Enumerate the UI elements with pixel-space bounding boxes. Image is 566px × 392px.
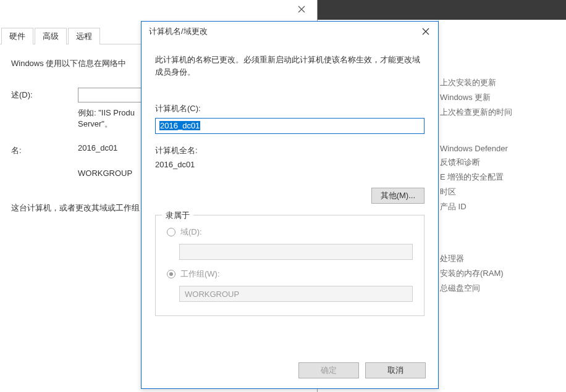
side-item: 反馈和诊断 [439, 155, 562, 170]
side-item: 上次安装的更新 [439, 75, 562, 90]
workgroup-radio-label: 工作组(W): [180, 269, 220, 280]
computer-name-domain-change-dialog: 计算机名/域更改 此计算机的名称已更改。必须重新启动此计算机使该名称生效，才能更… [141, 21, 439, 389]
close-icon[interactable] [416, 24, 436, 39]
membership-legend: 隶属于 [162, 210, 193, 221]
other-button[interactable]: 其他(M)... [371, 188, 425, 204]
computer-name-label: 名: [11, 143, 78, 156]
dialog-description: 此计算机的名称已更改。必须重新启动此计算机使该名称生效，才能更改域成员身份。 [155, 54, 425, 78]
tab-hardware[interactable]: 硬件 [1, 28, 33, 44]
side-item: Windows Defender [439, 142, 562, 155]
description-label: 述(D): [11, 88, 78, 101]
close-icon[interactable] [286, 0, 317, 19]
workgroup-radio-row[interactable]: 工作组(W): [167, 269, 413, 280]
ok-button[interactable]: 确定 [298, 362, 359, 378]
side-item: 总磁盘空间 [439, 281, 562, 296]
side-item: E 增强的安全配置 [439, 170, 562, 185]
side-item: 上次检查更新的时间 [439, 105, 562, 120]
dialog-title: 计算机名/域更改 [149, 26, 208, 37]
side-info-panel: 上次安装的更新 Windows 更新 上次检查更新的时间 Windows Def… [438, 20, 562, 318]
side-item: 产品 ID [439, 199, 562, 214]
workgroup-value: WORKGROUP [78, 169, 132, 178]
side-item: 时区 [439, 185, 562, 199]
side-item: 处理器 [439, 251, 562, 266]
dialog-button-row: 确定 取消 [298, 362, 426, 378]
membership-groupbox: 隶属于 域(D): 工作组(W): [155, 215, 425, 316]
workgroup-radio[interactable] [167, 270, 175, 278]
dark-title-bar [317, 0, 566, 20]
computer-name-value: 2016_dc01 [78, 143, 117, 152]
dialog-titlebar[interactable]: 计算机名/域更改 [142, 22, 438, 41]
domain-radio-label: 域(D): [180, 227, 202, 238]
dialog-body: 此计算机的名称已更改。必须重新启动此计算机使该名称生效，才能更改域成员身份。 计… [142, 41, 438, 316]
domain-input [179, 244, 413, 260]
full-name-label: 计算机全名: [155, 145, 425, 156]
side-item: Windows 更新 [439, 90, 562, 105]
tab-remote[interactable]: 远程 [68, 28, 100, 44]
tab-advanced[interactable]: 高级 [35, 28, 67, 44]
workgroup-label-empty [11, 169, 78, 170]
domain-radio-row[interactable]: 域(D): [167, 227, 413, 238]
computer-name-label: 计算机名(C): [155, 103, 425, 114]
domain-radio[interactable] [167, 228, 175, 236]
computer-name-input[interactable] [155, 118, 425, 134]
side-item: 安装的内存(RAM) [439, 266, 562, 281]
cancel-button[interactable]: 取消 [365, 362, 426, 378]
workgroup-input [179, 286, 413, 302]
full-name-value: 2016_dc01 [155, 160, 425, 169]
